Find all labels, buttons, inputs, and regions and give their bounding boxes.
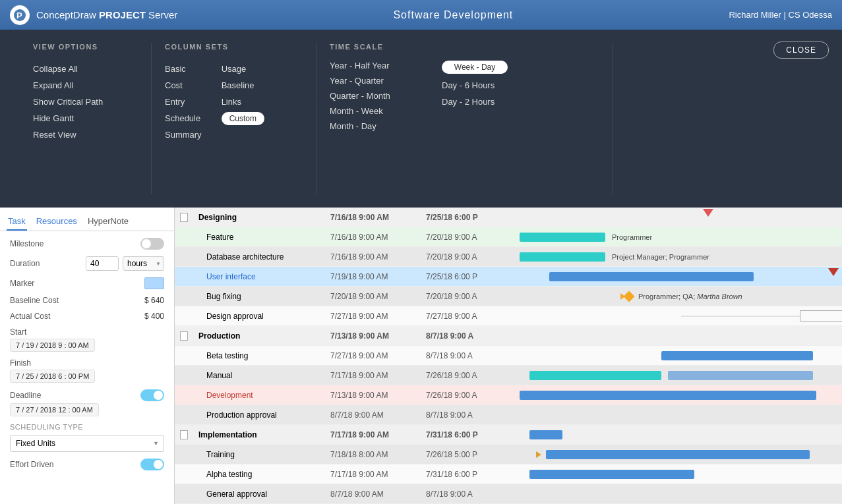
row-checkbox[interactable] [180, 331, 188, 341]
milestone-label: Milestone [10, 239, 63, 248]
header-left: P ConceptDraw PROJECT Server [10, 5, 177, 25]
actual-cost-label: Actual Cost [10, 312, 63, 321]
gantt-bar [529, 371, 661, 380]
table-row[interactable]: Manual 7/17/18 9:00 AM 7/26/18 9:00 A [175, 366, 842, 385]
schedule-option[interactable]: Schedule [165, 110, 202, 126]
diamond-marker [624, 291, 635, 302]
year-quarter-row[interactable]: Year - Quarter [330, 76, 422, 86]
app-logo: P [10, 5, 30, 25]
deadline-value[interactable]: 7 / 27 / 2018 12 : 00 AM [10, 403, 99, 416]
arrow-icon [536, 451, 541, 458]
table-row[interactable]: Production 7/13/18 9:00 AM 8/7/18 9:00 A [175, 326, 842, 346]
main-content: Task Resources HyperNote Milestone Durat… [0, 208, 842, 504]
tab-resources[interactable]: Resources [35, 213, 78, 231]
baseline-cost-value: $ 640 [144, 296, 164, 305]
left-panel-tabs: Task Resources HyperNote [0, 208, 174, 231]
triangle-marker [703, 209, 713, 217]
milestone-toggle[interactable] [140, 238, 164, 250]
resource-label: Programmer [612, 233, 652, 241]
duration-unit-select[interactable]: hours days weeks [123, 256, 164, 271]
day-2hours-row[interactable]: Day - 2 Hours [442, 97, 508, 107]
finish-row: Finish 7 / 25 / 2018 6 : 00 PM [10, 358, 164, 383]
scheduling-type-select[interactable]: Fixed Units Fixed Duration Fixed Work [10, 435, 164, 452]
table-row[interactable]: Alpha testing 7/17/18 9:00 AM 7/31/18 6:… [175, 464, 842, 484]
left-panel: Task Resources HyperNote Milestone Durat… [0, 208, 175, 504]
column-sets-title: COLUMN SETS [165, 43, 303, 51]
close-button[interactable]: CLOSE [773, 42, 829, 59]
gantt-bar [529, 430, 562, 439]
scheduling-type-section: Scheduling Type Fixed Units Fixed Durati… [10, 423, 164, 452]
table-row[interactable]: Database architecture 7/16/18 9:00 AM 7/… [175, 247, 842, 267]
left-panel-body: Milestone Duration hours days weeks [0, 231, 174, 504]
usage-option[interactable]: Usage [222, 61, 264, 77]
show-critical-path-option[interactable]: Show Critical Path [33, 94, 138, 110]
resource-label: Project Manager; Programmer [612, 253, 709, 261]
table-row[interactable]: Beta testing 7/27/18 9:00 AM 8/7/18 9:00… [175, 346, 842, 366]
duration-input[interactable] [86, 256, 119, 271]
table-row[interactable]: Training 7/18/18 8:00 AM 7/26/18 5:00 P [175, 445, 842, 464]
row-checkbox[interactable] [180, 430, 188, 439]
milestone-row: Milestone [10, 238, 164, 250]
deadline-toggle[interactable] [140, 389, 164, 401]
month-week-row[interactable]: Month - Week [330, 106, 422, 116]
hide-gantt-option[interactable]: Hide Gantt [33, 110, 138, 126]
deadline-label: Deadline [10, 391, 63, 400]
deadline-row: Deadline 7 / 27 / 2018 12 : 00 AM [10, 389, 164, 416]
gantt-bar [549, 272, 754, 281]
app-header: P ConceptDraw PROJECT Server Software De… [0, 0, 842, 30]
view-options-section: VIEW OPTIONS Collapse All Expand All Sho… [20, 43, 152, 194]
table-row[interactable]: Production approval 8/7/18 9:00 AM 8/7/1… [175, 405, 842, 425]
gantt-bar [529, 470, 694, 479]
tab-hypernote[interactable]: HyperNote [86, 213, 130, 231]
deadline-triangle [828, 268, 839, 276]
table-row[interactable]: Design approval 7/27/18 9:00 AM 7/27/18 … [175, 306, 842, 326]
marker-row: Marker [10, 277, 164, 289]
effort-driven-toggle[interactable] [140, 459, 164, 470]
start-label: Start [10, 327, 63, 337]
entry-option[interactable]: Entry [165, 94, 202, 110]
expand-all-option[interactable]: Expand All [33, 77, 138, 94]
scheduling-type-label: Scheduling Type [10, 423, 164, 431]
gantt-bar [520, 252, 605, 262]
effort-driven-row: Effort Driven [10, 459, 164, 470]
dependency-line [681, 316, 800, 316]
summary-option[interactable]: Summary [165, 126, 202, 143]
year-half-year-row[interactable]: Year - Half Year [330, 61, 422, 70]
time-scale-section: TIME SCALE Year - Half Year Year - Quart… [316, 43, 613, 194]
gantt-bar [520, 391, 816, 400]
app-title: ConceptDraw PROJECT Server [36, 9, 177, 20]
table-row[interactable]: User interface 7/19/18 9:00 AM 7/25/18 6… [175, 267, 842, 287]
table-row[interactable]: Designing 7/16/18 9:00 AM 7/25/18 6:00 P [175, 208, 842, 227]
svg-text:P: P [16, 11, 22, 20]
week-day-row[interactable]: Week - Day [442, 61, 508, 74]
baseline-cost-label: Baseline Cost [10, 296, 63, 305]
gantt-table: Designing 7/16/18 9:00 AM 7/25/18 6:00 P… [175, 208, 842, 504]
table-row[interactable]: Feature 7/16/18 9:00 AM 7/20/18 9:00 A P… [175, 227, 842, 247]
connector-box [800, 310, 842, 322]
month-day-row[interactable]: Month - Day [330, 121, 422, 131]
cost-option[interactable]: Cost [165, 77, 202, 94]
table-row[interactable]: Development 7/13/18 9:00 AM 7/26/18 9:00… [175, 385, 842, 405]
table-row[interactable]: General approval 8/7/18 9:00 AM 8/7/18 9… [175, 484, 842, 504]
collapse-all-option[interactable]: Collapse All [33, 61, 138, 77]
day-6hours-row[interactable]: Day - 6 Hours [442, 80, 508, 90]
table-row[interactable]: Implementation 7/17/18 9:00 AM 7/31/18 6… [175, 425, 842, 445]
start-value[interactable]: 7 / 19 / 2018 9 : 00 AM [10, 339, 95, 352]
resource-label: Programmer; QA; Martha Brown [638, 293, 742, 300]
finish-label: Finish [10, 358, 63, 368]
gantt-bar [661, 351, 813, 360]
gantt-bar-area [516, 208, 842, 227]
custom-option[interactable]: Custom [222, 112, 264, 125]
quarter-month-row[interactable]: Quarter - Month [330, 91, 422, 101]
marker-color-swatch[interactable] [144, 277, 164, 289]
table-row[interactable]: Bug fixing 7/20/18 9:00 AM 7/20/18 9:00 … [175, 287, 842, 306]
reset-view-option[interactable]: Reset View [33, 126, 138, 143]
basic-option[interactable]: Basic [165, 61, 202, 77]
start-row: Start 7 / 19 / 2018 9 : 00 AM [10, 327, 164, 352]
baseline-option[interactable]: Baseline [222, 77, 264, 94]
finish-value[interactable]: 7 / 25 / 2018 6 : 00 PM [10, 370, 95, 383]
links-option[interactable]: Links [222, 94, 264, 110]
row-checkbox[interactable] [180, 213, 188, 222]
tab-task[interactable]: Task [7, 213, 27, 231]
duration-row: Duration hours days weeks [10, 256, 164, 271]
